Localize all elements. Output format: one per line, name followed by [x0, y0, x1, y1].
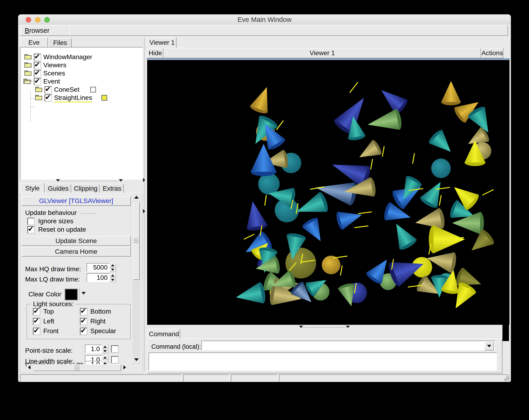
point-size-stepper[interactable] [102, 345, 108, 354]
max-lq-label: Max LQ draw time: [25, 276, 80, 283]
folder-icon [24, 62, 32, 68]
actions-button[interactable]: Actions [481, 48, 503, 58]
panel-splitter[interactable] [144, 38, 145, 371]
tree-row[interactable]: Scenes [21, 69, 143, 77]
tree-checkbox[interactable] [34, 62, 41, 69]
command-local-label: Command (local): [151, 343, 201, 350]
viewport-corner [503, 325, 509, 341]
tree-style-splitter[interactable] [60, 181, 118, 181]
separator-line [79, 287, 80, 300]
command-output-area[interactable] [148, 353, 497, 371]
light-top-checkbox[interactable] [33, 308, 40, 315]
max-lq-stepper[interactable] [109, 273, 116, 282]
combo-dropdown-icon[interactable] [485, 341, 494, 350]
line-width-checkbox[interactable] [111, 356, 118, 363]
spin-up-icon[interactable] [102, 355, 108, 360]
tree-row[interactable]: ConeSet [21, 86, 143, 93]
tree-connector [30, 107, 34, 107]
light-right-checkbox[interactable] [80, 318, 87, 325]
reset-on-update-label: Reset on update [38, 226, 86, 233]
scroll-down-icon[interactable] [133, 357, 140, 363]
viewer-title: Viewer 1 [164, 48, 481, 58]
tab-files[interactable]: Files [48, 38, 72, 48]
gl-viewport[interactable] [147, 60, 509, 325]
light-specular-checkbox[interactable] [80, 328, 87, 335]
tree-label: ConeSet [54, 86, 79, 93]
clear-color-swatch[interactable] [65, 289, 78, 300]
eve-tree: WindowManager Viewers Scenes Event ConeS… [20, 47, 143, 180]
tab-style[interactable]: Style [20, 183, 45, 193]
clear-color-dropdown-icon[interactable] [81, 292, 86, 294]
splitter-chevron-icon [299, 326, 303, 328]
light-front-label: Front [43, 327, 58, 335]
resize-grip-icon[interactable] [501, 374, 510, 381]
tab-guides[interactable]: Guides [45, 184, 71, 193]
ignore-sizes-label: Ignore sizes [38, 217, 73, 225]
spin-down-icon[interactable] [102, 349, 108, 354]
light-left-label: Left [43, 317, 54, 325]
tab-viewer-1[interactable]: Viewer 1 [148, 37, 176, 48]
folder-icon [24, 54, 32, 60]
point-size-label: Point-size scale: [25, 347, 73, 354]
tree-checkbox[interactable] [34, 70, 41, 77]
straightlines-render-marker[interactable] [102, 95, 107, 101]
command-combobox[interactable] [201, 341, 495, 350]
light-bottom-checkbox[interactable] [80, 308, 87, 315]
hscroll-thumb[interactable]: ||| [34, 364, 121, 371]
tab-clipping[interactable]: Clipping [72, 184, 100, 193]
clear-color-label: Clear Color [28, 290, 62, 298]
splitter-chevron-icon [56, 179, 60, 182]
scroll-left-icon[interactable] [26, 364, 33, 371]
update-scene-button[interactable]: Update Scene [21, 236, 131, 246]
menu-browser[interactable]: Browser [21, 26, 53, 35]
tab-eve[interactable]: Eve [20, 37, 48, 48]
max-hq-field[interactable]: 5000 [87, 263, 110, 272]
max-hq-stepper[interactable] [109, 263, 116, 272]
folder-icon [35, 94, 42, 101]
camera-home-button[interactable]: Camera Home [21, 247, 131, 257]
scroll-right-icon[interactable] [121, 364, 128, 371]
light-bottom-label: Bottom [90, 308, 111, 315]
status-segment [279, 374, 508, 382]
spin-down-icon[interactable] [109, 278, 116, 282]
viewer-accent-bar [147, 58, 510, 60]
hide-button[interactable]: Hide [147, 48, 163, 58]
window-title: Eve Main Window [18, 14, 511, 25]
tree-checkbox[interactable] [45, 94, 52, 102]
vscroll-thumb[interactable]: ||| [133, 202, 140, 280]
point-size-field[interactable]: 1.0 [85, 345, 102, 354]
folder-icon [35, 86, 42, 92]
spin-up-icon[interactable] [102, 345, 108, 349]
reset-on-update-checkbox[interactable] [27, 226, 34, 233]
max-hq-label: Max HQ draw time: [25, 265, 81, 273]
tree-row[interactable]: Event [21, 78, 143, 85]
glviewer-button[interactable]: GLViewer [TGLSAViewer] [21, 196, 131, 206]
tree-label: WindowManager [43, 53, 92, 61]
ignore-sizes-checkbox[interactable] [27, 218, 34, 225]
tab-command[interactable]: Command [148, 329, 180, 339]
menu-bar: Browser Eve [18, 25, 511, 36]
update-behaviour-title: Update behaviour [25, 209, 77, 217]
tree-checkbox[interactable] [34, 78, 41, 85]
spin-down-icon[interactable] [109, 267, 116, 272]
style-vscrollbar[interactable]: ||| [133, 194, 140, 364]
style-hscrollbar[interactable]: ||| [26, 364, 128, 371]
coneset-render-marker[interactable] [90, 87, 96, 92]
title-bar: Eve Main Window [18, 14, 511, 25]
spin-up-icon[interactable] [109, 263, 116, 267]
tree-checkbox[interactable] [34, 54, 41, 61]
spin-up-icon[interactable] [109, 273, 116, 278]
tree-row-selected[interactable]: StraightLines [21, 94, 143, 102]
scroll-up-icon[interactable] [133, 195, 140, 201]
tree-checkbox[interactable] [45, 86, 52, 93]
viewer-command-splitter[interactable] [303, 327, 345, 328]
tree-row[interactable]: WindowManager [21, 53, 143, 61]
point-size-checkbox[interactable] [111, 345, 118, 353]
tree-row[interactable]: Viewers [21, 61, 143, 69]
folder-icon [24, 70, 32, 76]
tab-extras[interactable]: Extras [100, 184, 124, 193]
light-left-checkbox[interactable] [33, 318, 40, 325]
max-lq-field[interactable]: 100 [87, 273, 110, 282]
viewer-title-bar[interactable]: Viewer 1 [163, 48, 481, 58]
light-front-checkbox[interactable] [33, 328, 40, 335]
